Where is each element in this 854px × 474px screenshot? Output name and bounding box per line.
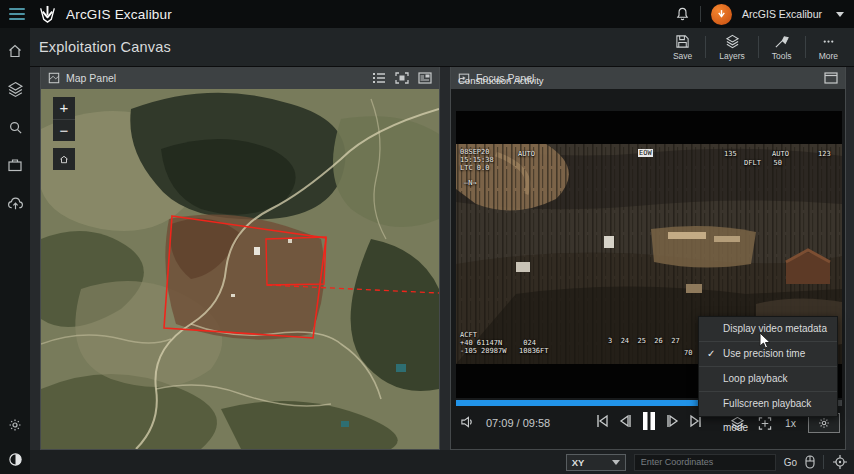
video-seekbar-fill (456, 400, 734, 406)
divider (758, 36, 759, 58)
volume-button[interactable] (460, 415, 475, 429)
gear-icon (7, 417, 23, 433)
follow-frame-button[interactable] (757, 416, 773, 431)
status-bar: XY Go (30, 450, 854, 474)
sidebar (0, 28, 30, 474)
sidebar-item-projects[interactable] (0, 150, 30, 180)
save-button[interactable]: Save (667, 34, 698, 61)
playback-settings-menu: Display video metadata ✓ Use precision t… (698, 316, 838, 417)
playback-speed[interactable]: 1x (785, 417, 796, 429)
menu-item-fullscreen-playback-mode[interactable]: Fullscreen playback mode (699, 391, 837, 416)
swap-panels-icon[interactable] (418, 72, 432, 84)
layers-button[interactable]: Layers (713, 34, 751, 61)
map-panel-header: Map Panel (41, 67, 439, 89)
pick-location-icon[interactable] (805, 455, 815, 469)
coordinate-type-value: XY (572, 457, 585, 468)
playback-time: 07:09 / 09:58 (486, 417, 550, 429)
sidebar-item-publish[interactable] (0, 188, 30, 218)
menu-item-label: Loop playback (723, 373, 788, 384)
sidebar-item-settings[interactable] (0, 410, 30, 440)
volume-icon (460, 415, 475, 429)
coordinate-type-select[interactable]: XY (566, 454, 626, 471)
frame-forward-button[interactable] (666, 413, 680, 429)
header-divider (700, 6, 701, 22)
map-panel: Map Panel (40, 66, 440, 450)
app-title: ArcGIS Excalibur (66, 7, 172, 22)
sidebar-item-search[interactable] (0, 112, 30, 142)
map-panel-title: Map Panel (66, 72, 116, 84)
crosshair-locate-icon[interactable] (832, 454, 848, 470)
zoom-in-button[interactable]: + (53, 97, 75, 119)
layers-label: Layers (719, 51, 745, 61)
go-button[interactable]: Go (784, 457, 797, 468)
save-label: Save (673, 51, 692, 61)
pause-icon (641, 411, 657, 431)
tools-icon (774, 34, 789, 49)
map-panel-icon (48, 72, 60, 84)
sidebar-item-home[interactable] (0, 36, 30, 66)
frame-back-button[interactable] (618, 413, 632, 429)
more-label: More (819, 51, 838, 61)
more-icon (821, 34, 836, 49)
divider (805, 36, 806, 58)
sidebar-item-layers[interactable] (0, 74, 30, 104)
page-title: Exploitation Canvas (39, 39, 171, 55)
divider (705, 36, 706, 58)
hamburger-menu-icon[interactable] (9, 8, 25, 20)
bell-icon[interactable] (675, 6, 690, 22)
menu-item-loop-playback[interactable]: Loop playback (699, 366, 837, 391)
search-icon (8, 120, 23, 135)
home-icon (7, 43, 23, 59)
app-window: ArcGIS Excalibur ArcGIS Excalibur Exploi… (0, 0, 854, 474)
sidebar-item-theme[interactable] (0, 444, 30, 474)
panel-layout-icon[interactable] (824, 72, 838, 84)
legend-icon[interactable] (372, 72, 386, 84)
excalibur-logo-icon (38, 5, 57, 24)
briefcase-icon (7, 157, 23, 173)
account-logo-icon (716, 9, 727, 20)
page-header: Exploitation Canvas Save Layers Tools Mo… (30, 28, 854, 67)
menu-item-label: Display video metadata (723, 323, 827, 334)
layers-stack-icon (7, 81, 24, 98)
divider (823, 455, 824, 469)
transport-buttons (595, 411, 703, 431)
account-label[interactable]: ArcGIS Excalibur (742, 8, 822, 20)
video-footprint-overlay (41, 89, 439, 449)
default-extent-icon (59, 153, 69, 166)
video-title: Construction Activity (458, 75, 544, 86)
tools-button[interactable]: Tools (766, 34, 798, 61)
coordinate-input[interactable] (634, 454, 776, 471)
app-header: ArcGIS Excalibur ArcGIS Excalibur (0, 0, 854, 28)
playback-settings-gear-icon (817, 416, 831, 430)
zoom-out-button[interactable]: − (53, 119, 75, 141)
header-actions: Save Layers Tools More (667, 34, 854, 61)
expand-icon[interactable] (395, 72, 409, 84)
cloud-upload-icon (7, 195, 24, 212)
more-button[interactable]: More (813, 34, 844, 61)
tools-label: Tools (772, 51, 792, 61)
account-caret-icon[interactable] (836, 12, 844, 17)
map-zoom-controls: + − (53, 97, 75, 170)
frame-back-icon (618, 413, 632, 429)
skip-start-icon (595, 413, 609, 429)
select-caret-icon (612, 460, 620, 465)
layers-icon (725, 34, 740, 49)
skip-start-button[interactable] (595, 413, 609, 429)
account-avatar[interactable] (711, 4, 732, 25)
check-icon: ✓ (707, 342, 715, 366)
menu-item-display-video-metadata[interactable]: Display video metadata (699, 317, 837, 341)
save-icon (675, 34, 690, 49)
menu-item-use-precision-time[interactable]: ✓ Use precision time (699, 341, 837, 366)
menu-item-label: Use precision time (723, 348, 805, 359)
frame-forward-icon (666, 413, 680, 429)
follow-frame-icon (757, 416, 773, 431)
pause-button[interactable] (641, 411, 657, 431)
default-extent-button[interactable] (53, 148, 75, 170)
map-canvas[interactable]: + − (41, 89, 439, 449)
contrast-icon (8, 452, 23, 467)
